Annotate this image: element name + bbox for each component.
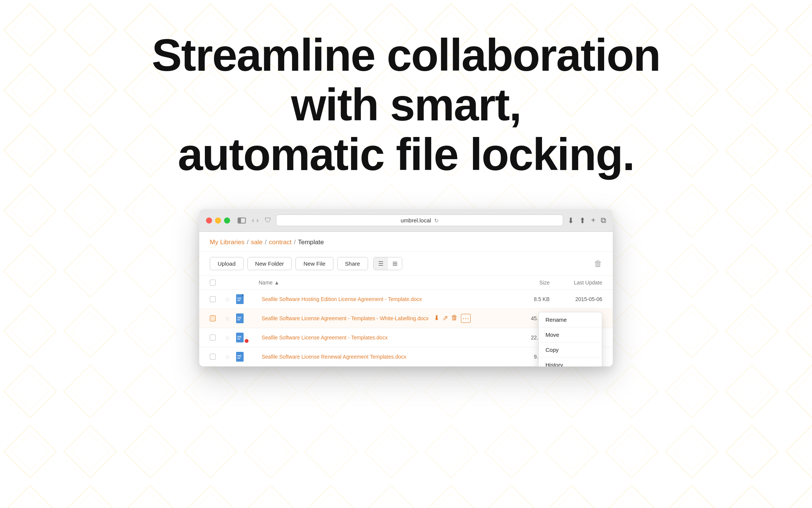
breadcrumb-sep-1: / [247, 239, 249, 246]
breadcrumb-contract[interactable]: contract [269, 239, 291, 246]
file-manager: My Libraries / sale / contract / Templat… [199, 232, 613, 367]
row-star[interactable]: ☆ [225, 334, 236, 341]
row-checkbox[interactable] [210, 335, 225, 341]
url-bar[interactable]: umbrel.local ↻ [276, 214, 563, 226]
upload-button[interactable]: Upload [210, 257, 244, 270]
lock-badge [244, 339, 249, 343]
row-star[interactable]: ☆ [225, 315, 236, 322]
context-menu-move[interactable]: Move [539, 327, 602, 342]
delete-action-icon[interactable]: 🗑 [451, 314, 458, 323]
file-size: 8.5 KB [504, 296, 550, 302]
header-checkbox[interactable] [210, 280, 225, 286]
shield-icon: 🛡 [265, 216, 271, 224]
grid-view-button[interactable]: ⊞ [388, 257, 402, 270]
forward-arrow[interactable]: › [256, 216, 259, 224]
breadcrumb: My Libraries / sale / contract / Templat… [199, 232, 613, 252]
table-row: ☆ Seafile Software Hosting Edition [199, 290, 613, 309]
header-date: Last Update [550, 280, 602, 286]
row-icon-wrapper [236, 333, 247, 342]
new-folder-button[interactable]: New Folder [247, 257, 292, 270]
file-name[interactable]: Seafile Software Hosting Edition License… [259, 296, 504, 303]
context-menu-rename[interactable]: Rename [539, 312, 602, 327]
more-action-icon[interactable]: ⋯ [461, 314, 471, 323]
row-icon-wrapper [236, 313, 247, 323]
new-file-button[interactable]: New File [295, 257, 333, 270]
list-view-button[interactable]: ☰ [374, 257, 388, 270]
sidebar-toggle-icon[interactable] [238, 217, 246, 224]
back-arrow[interactable]: ‹ [252, 216, 254, 224]
view-toggle: ☰ ⊞ [373, 257, 402, 270]
breadcrumb-my-libraries[interactable]: My Libraries [210, 239, 245, 246]
row-checkbox[interactable] [210, 354, 225, 360]
browser-window: ‹ › 🛡 umbrel.local ↻ ⬇ ⬆ + ⧉ My Librarie… [199, 209, 613, 367]
file-name[interactable]: Seafile Software License Renewal Agreeme… [259, 353, 504, 360]
download-action-icon[interactable]: ⬇ [434, 314, 439, 323]
row-icon-wrapper [236, 352, 247, 362]
share-button[interactable]: Share [337, 257, 368, 270]
row-star[interactable]: ☆ [225, 296, 236, 303]
fullscreen-button[interactable] [224, 217, 230, 224]
copy-tab-icon[interactable]: ⧉ [601, 216, 606, 225]
minimize-button[interactable] [215, 217, 221, 224]
browser-chrome: ‹ › 🛡 umbrel.local ↻ ⬇ ⬆ + ⧉ [199, 209, 613, 232]
page-headline: Streamline collaboration with smart, aut… [105, 30, 707, 179]
breadcrumb-sale[interactable]: sale [251, 239, 262, 246]
context-menu-history[interactable]: History [539, 357, 602, 367]
breadcrumb-sep-3: / [294, 239, 296, 246]
row-checkbox[interactable] [210, 296, 225, 302]
refresh-icon[interactable]: ↻ [434, 217, 439, 224]
share-action-icon[interactable]: ⇗ [442, 314, 448, 323]
new-tab-icon[interactable]: + [591, 216, 595, 225]
nav-arrows: ‹ › [252, 216, 259, 224]
traffic-lights [206, 217, 230, 224]
trash-icon[interactable]: 🗑 [594, 259, 602, 269]
header-size: Size [504, 280, 550, 286]
context-menu-copy[interactable]: Copy [539, 342, 602, 357]
file-date: 2015-05-06 [550, 296, 602, 302]
file-name[interactable]: Seafile Software License Agreement - Tem… [259, 334, 504, 341]
browser-action-buttons: ⬇ ⬆ + ⧉ [568, 216, 606, 225]
file-list: ☆ Seafile Software Hosting Edition [199, 290, 613, 367]
breadcrumb-current: Template [298, 239, 324, 246]
close-button[interactable] [206, 217, 212, 224]
row-icon-wrapper [236, 294, 247, 304]
header-name[interactable]: Name ▲ [259, 280, 504, 286]
url-text: umbrel.local [401, 217, 431, 224]
toolbar: Upload New Folder New File Share ☰ ⊞ 🗑 [199, 252, 613, 276]
file-list-header: Name ▲ Size Last Update [199, 276, 613, 290]
breadcrumb-sep-2: / [265, 239, 267, 246]
file-name[interactable]: Seafile Software License Agreement - Tem… [262, 315, 429, 322]
row-checkbox[interactable] [210, 315, 225, 321]
table-row: ☆ Seafile Software License Agreement [199, 309, 613, 328]
download-icon[interactable]: ⬇ [568, 216, 574, 225]
share-icon[interactable]: ⬆ [579, 216, 586, 225]
context-menu: Rename Move Copy History Access Log Lock… [538, 312, 602, 367]
row-star[interactable]: ☆ [225, 353, 236, 360]
